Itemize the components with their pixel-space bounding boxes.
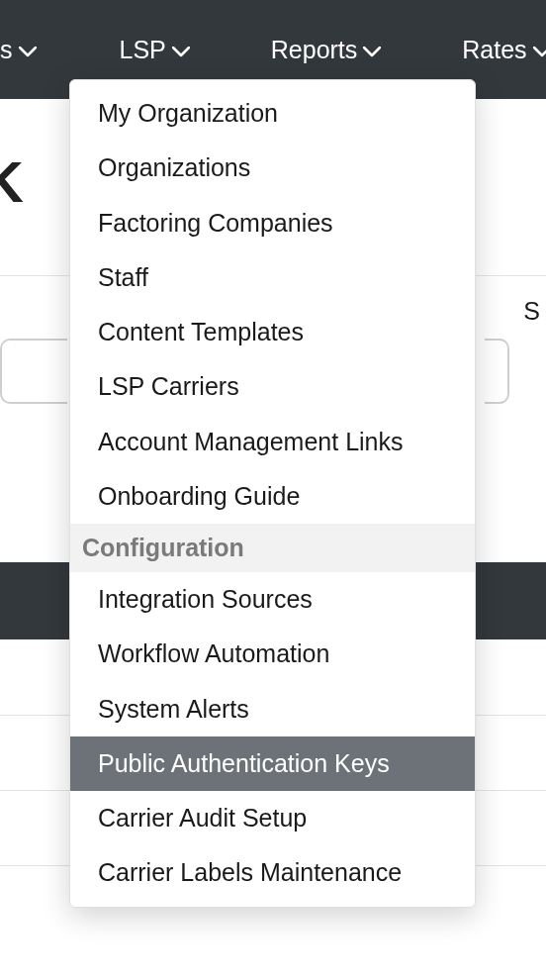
chevron-down-icon xyxy=(533,36,546,64)
dropdown-item-carrier-audit-setup[interactable]: Carrier Audit Setup xyxy=(70,791,475,845)
dropdown-item-staff[interactable]: Staff xyxy=(70,250,475,305)
dropdown-item-integration-sources[interactable]: Integration Sources xyxy=(70,572,475,627)
dropdown-item-system-alerts[interactable]: System Alerts xyxy=(70,682,475,736)
input-fragment-left[interactable] xyxy=(0,339,67,404)
nav-item-partial[interactable]: s xyxy=(0,0,58,99)
dropdown-item-factoring-companies[interactable]: Factoring Companies xyxy=(70,196,475,250)
dropdown-item-content-templates[interactable]: Content Templates xyxy=(70,305,475,359)
page-title: K xyxy=(0,148,24,215)
dropdown-item-organizations[interactable]: Organizations xyxy=(70,141,475,195)
chevron-down-icon xyxy=(363,36,381,64)
nav-item-label: Reports xyxy=(271,36,358,64)
dropdown-item-public-authentication-keys[interactable]: Public Authentication Keys xyxy=(70,736,475,791)
input-fragment-right[interactable] xyxy=(485,339,509,404)
dropdown-item-lsp-carriers[interactable]: LSP Carriers xyxy=(70,359,475,414)
search-label-fragment: S xyxy=(523,297,540,326)
dropdown-item-workflow-automation[interactable]: Workflow Automation xyxy=(70,627,475,681)
lsp-dropdown: My Organization Organizations Factoring … xyxy=(69,79,476,908)
dropdown-section-configuration: Configuration xyxy=(70,524,475,572)
dropdown-item-account-management-links[interactable]: Account Management Links xyxy=(70,415,475,469)
nav-item-label: s xyxy=(0,36,13,64)
nav-item-label: LSP xyxy=(120,36,166,64)
dropdown-item-carrier-labels-maintenance[interactable]: Carrier Labels Maintenance xyxy=(70,845,475,900)
chevron-down-icon xyxy=(19,36,37,64)
dropdown-item-onboarding-guide[interactable]: Onboarding Guide xyxy=(70,469,475,524)
dropdown-item-my-organization[interactable]: My Organization xyxy=(70,86,475,141)
nav-item-label: Rates xyxy=(462,36,526,64)
chevron-down-icon xyxy=(172,36,190,64)
